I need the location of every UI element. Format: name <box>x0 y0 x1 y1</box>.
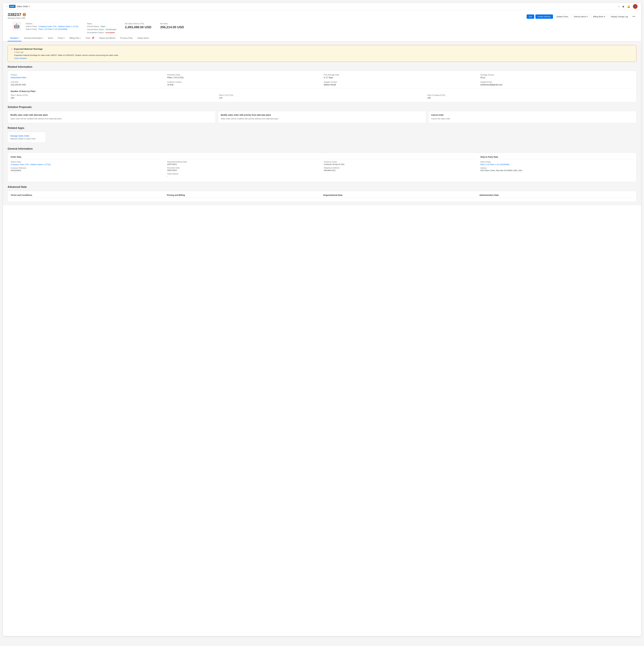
update-prices-button[interactable]: Update Prices <box>554 14 570 19</box>
terms-conditions-col: Terms and Conditions <box>11 194 165 199</box>
plant-1-mexico-value: 130 <box>11 97 217 99</box>
address-value: 3475 Deer Creek, Palo Alto GA 94304-1355… <box>480 170 634 172</box>
order-data-title: Order Data <box>11 156 164 159</box>
tab-status-blocks-label: Status and Blocks <box>99 37 115 39</box>
display-change-log-button[interactable]: Display Change Log <box>609 14 630 19</box>
advanced-data-heading: Advanced Data <box>8 186 636 189</box>
tab-situation-label: Situation <box>10 37 18 39</box>
status-section-label: Status <box>87 23 116 25</box>
tab-process-flow[interactable]: Process Flow <box>118 35 135 41</box>
items-by-plant-grid: Plant 1 Mexico (2110): 130 Plant 2 US (1… <box>11 94 633 99</box>
administrative-data-col: Administrative Data <box>479 194 634 199</box>
advanced-data-section: Advanced Data Terms and Conditions Prici… <box>8 186 636 202</box>
tab-billing-plan-label: Billing Plan <box>69 37 80 39</box>
billing-block-label: Billing Block <box>593 15 604 18</box>
action-buttons-group: Edit Create Delivery Update Prices Deliv… <box>527 14 636 19</box>
pricing-billing-title: Pricing and Billing <box>167 194 321 198</box>
manage-sales-order-app-card[interactable]: Manage Sales Order Maintain details of s… <box>8 132 45 142</box>
advanced-data-card: Terms and Conditions Pricing and Billing… <box>8 191 636 202</box>
sold-to-row: Sold-to Party: Company Code 1710 - Addre… <box>26 25 78 27</box>
administrative-data-title: Administrative Data <box>479 194 634 198</box>
advanced-data-grid: Terms and Conditions Pricing and Billing… <box>11 194 633 199</box>
date-fields-section: Requested Delivery Date: 03/07/2023 Docu… <box>167 156 320 179</box>
nav-title: Sales Order <box>17 5 28 8</box>
cost-risk-label: Cost Risk: <box>11 81 164 83</box>
doc-date-value: 03/07/2023 <box>167 169 320 172</box>
incompletion-status-row: Incompletion Status: Incomplete <box>87 31 116 34</box>
sold-to-label: Sold-to Party: <box>26 25 37 27</box>
ship-to-party-title: Ship-to Party Data <box>480 156 634 159</box>
edit-button[interactable]: Edit <box>527 14 534 19</box>
delivery-block-button[interactable]: Delivery Block ▾ <box>572 14 590 19</box>
tab-items[interactable]: Items <box>45 35 55 41</box>
tab-prices[interactable]: Prices ▾ <box>55 35 67 41</box>
items-by-plant-heading: Number of Items by Plant <box>11 90 633 92</box>
tab-texts-label: Texts <box>86 37 90 39</box>
proposal-1-title: Modify sales order with alternate plant <box>10 114 213 116</box>
production-plant-value: Plant 1 US (1710) <box>167 76 320 79</box>
tab-texts[interactable]: Texts 📌 <box>83 35 97 41</box>
customer-group-value: Customer Group 01 (01) <box>324 163 477 166</box>
tab-billing-plan[interactable]: Billing Plan ▾ <box>67 35 83 41</box>
nav-title-chevron-icon[interactable]: ∨ <box>29 5 30 7</box>
terms-conditions-title: Terms and Conditions <box>11 194 165 198</box>
solution-proposals-heading: Solution Proposals <box>8 106 636 109</box>
req-delivery-value: 03/07/2023 <box>167 163 320 166</box>
more-actions-button[interactable]: ••• <box>631 14 636 19</box>
avatar[interactable]: 👤 <box>633 4 638 9</box>
tabs-bar: Situation ▾ General Information ▾ Items … <box>3 35 641 41</box>
plant-1-mexico-field: Plant 1 Mexico (2110): 130 <box>11 94 217 99</box>
plant-3-canada-value: 100 <box>428 97 633 99</box>
customer-ref-value: 4510020631 <box>11 170 164 172</box>
favorites-icon[interactable]: ◆ <box>622 5 624 8</box>
tab-billing-plan-chevron-icon: ▾ <box>80 37 81 39</box>
create-delivery-button[interactable]: Create Delivery <box>535 14 553 19</box>
header-details: Partners Sold-to Party: Company Code 171… <box>26 21 632 35</box>
back-button[interactable]: ‹ <box>6 5 7 8</box>
tab-general-information[interactable]: General Information ▾ <box>21 35 45 41</box>
page-header: 338237 ⚠ Standard Order (OR) Edit Create… <box>3 10 641 35</box>
product-link[interactable]: Automotive Parts <box>11 76 26 79</box>
block-status-row: Overall Block Status: Not Blocked <box>87 28 116 30</box>
search-icon[interactable]: ⌕ <box>618 5 620 8</box>
ship-to-link[interactable]: Plant 1 US Plant 1 US (10100080) <box>38 28 68 30</box>
customer-ref-field: Customer Referene: 4510020631 <box>11 167 164 172</box>
tab-items-label: Items <box>48 37 53 39</box>
alert-warning-icon: ⚠ <box>11 47 13 50</box>
billing-block-button[interactable]: Billing Block ▾ <box>591 14 608 19</box>
partners-block: Sold-to Party: Company Code 1710 - Addre… <box>26 25 78 30</box>
tab-status-and-blocks[interactable]: Status and Blocks <box>97 35 118 41</box>
ship-to-party-field: Ship-to Party: Plant 1 US Plant 1 US (10… <box>480 161 634 166</box>
sap-logo: SAP <box>9 5 15 8</box>
tab-output-items[interactable]: Output Items <box>135 35 151 41</box>
sold-to-party-link[interactable]: Company Code 1710 - Address Name 1 (1710… <box>11 164 51 166</box>
supplier-contact-value: Marlen Reudi <box>324 84 477 86</box>
sold-to-link[interactable]: Company Code 1710 - Address Name 1 (1710… <box>38 25 78 27</box>
related-apps-heading: Related Apps <box>8 126 636 130</box>
ship-to-party-link[interactable]: Plant 1 US Plant 1 US (10100080) <box>480 164 509 166</box>
proposal-card-cancel-order[interactable]: Cancel order Cancel the sales order <box>429 111 636 123</box>
status-section: Status Overall Status: Open Overall Bloc… <box>87 23 116 34</box>
ship-to-row: Ship-to Party: Plant 1 US Plant 1 US (10… <box>26 28 78 30</box>
proposal-card-alternate-plant[interactable]: Modify sales order with alternate plant … <box>8 111 215 123</box>
partners-label: Partners <box>26 23 78 25</box>
tab-process-flow-label: Process Flow <box>120 37 132 39</box>
customer-contact-label: Customer Contact: <box>167 81 320 83</box>
supplier-contact-label: Supplier Contact: <box>324 81 477 83</box>
net-sales-section: Net Sales Volume (YTD) 2,493,498.00 USD <box>125 23 151 34</box>
notifications-icon[interactable]: 🔔 <box>627 5 630 8</box>
proposal-2-desc: Sales order will be modified with priori… <box>221 117 423 120</box>
order-reason-label: Order Reason: <box>167 173 320 175</box>
close-situation-link[interactable]: Close Situation <box>14 57 633 60</box>
customer-ref-label: Customer Referene: <box>11 167 164 169</box>
overall-status-row: Overall Status: Open <box>87 25 116 27</box>
proposal-3-desc: Cancel the sales order <box>431 117 634 120</box>
req-delivery-label: Requested Delivery Date: <box>167 161 320 163</box>
proposal-2-title: Modify sales order with priority from al… <box>221 114 423 116</box>
proposal-card-priority-plant[interactable]: Modify sales order with priority from al… <box>218 111 426 123</box>
supplier-email-value: marlenreudi@gmail.com <box>480 84 634 86</box>
alert-header: ⚠ Expected Material Shortage <box>11 47 633 50</box>
tab-situation[interactable]: Situation ▾ <box>8 35 21 41</box>
customer-shipping-title <box>324 156 477 159</box>
net-value-section: Net Value 356,214.00 USD <box>160 23 184 34</box>
